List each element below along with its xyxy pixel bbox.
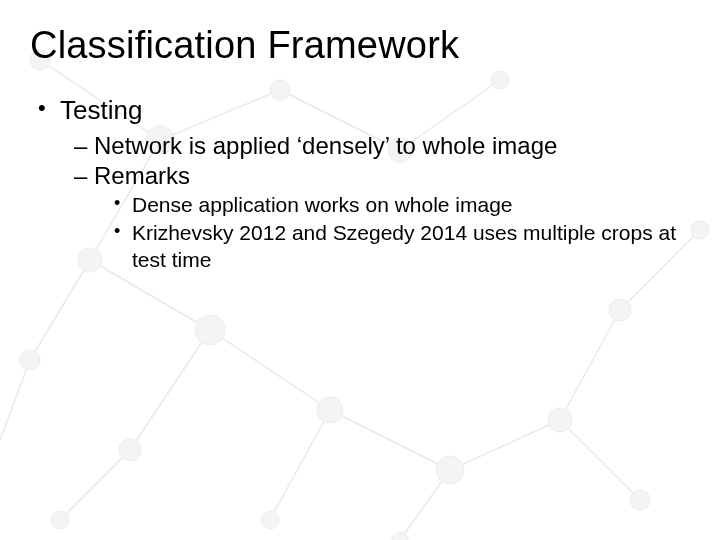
- bullet-l2-remarks: Remarks: [74, 162, 690, 190]
- bullet-list: Testing Network is applied ‘densely’ to …: [30, 95, 690, 273]
- bullet-l3-dense-app: Dense application works on whole image: [114, 192, 690, 218]
- bullet-l3-crops: Krizhevsky 2012 and Szegedy 2014 uses mu…: [114, 220, 690, 273]
- bullet-l2-densely: Network is applied ‘densely’ to whole im…: [74, 132, 690, 160]
- slide-title: Classification Framework: [30, 24, 690, 67]
- slide-content: Classification Framework Testing Network…: [0, 0, 720, 540]
- bullet-l1-testing: Testing: [38, 95, 690, 126]
